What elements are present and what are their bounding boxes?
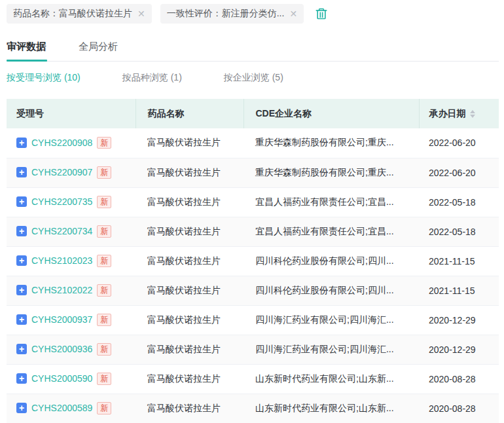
- new-badge: 新: [97, 343, 111, 355]
- acceptance-no-cell: +CYHS2200907新: [7, 158, 135, 187]
- table-row: +CYHS2102022新富马酸伏诺拉生片四川科伦药业股份有限公司;四川...2…: [7, 276, 499, 305]
- table-row: +CYHS2200735新富马酸伏诺拉生片宜昌人福药业有限责任公司;宜昌...2…: [7, 187, 499, 217]
- expand-row-button[interactable]: +: [16, 196, 27, 207]
- col-header-date: 承办日期: [419, 99, 499, 128]
- company-cell: 宜昌人福药业有限责任公司;宜昌...: [243, 187, 419, 217]
- date-cell: 2020-12-29: [419, 305, 499, 335]
- col-header-date-label: 承办日期: [429, 108, 466, 120]
- acceptance-no-cell: +CYHS2000937新: [7, 305, 135, 335]
- main-tabs: 审评数据 全局分析: [7, 41, 499, 62]
- acceptance-number-link[interactable]: CYHS2102022: [31, 285, 92, 295]
- date-cell: 2020-08-28: [419, 364, 499, 394]
- col-header-acceptance-no: 受理号: [7, 99, 135, 128]
- expand-row-button[interactable]: +: [16, 403, 27, 413]
- new-badge: 新: [97, 166, 111, 178]
- acceptance-no-cell: +CYHS2200908新: [7, 128, 135, 158]
- close-icon[interactable]: ✕: [137, 9, 145, 18]
- page: 药品名称：富马酸伏诺拉生片 ✕ 一致性评价：新注册分类仿... ✕ 审评数据 全…: [0, 0, 504, 423]
- drug-name-cell: 富马酸伏诺拉生片: [135, 394, 243, 423]
- acceptance-number-link[interactable]: CYHS2000589: [31, 403, 92, 413]
- expand-row-button[interactable]: +: [16, 255, 27, 266]
- date-cell: 2020-08-28: [419, 394, 499, 423]
- drug-name-cell: 富马酸伏诺拉生片: [135, 158, 243, 187]
- tab-review-data[interactable]: 审评数据: [7, 41, 47, 61]
- date-cell: 2021-11-15: [419, 276, 499, 305]
- acceptance-number-link[interactable]: CYHS2200907: [31, 167, 92, 177]
- table-row: +CYHS2102023新富马酸伏诺拉生片四川科伦药业股份有限公司;四川...2…: [7, 246, 499, 276]
- date-cell: 2022-05-18: [419, 217, 499, 246]
- drug-name-cell: 富马酸伏诺拉生片: [135, 217, 243, 246]
- acceptance-no-cell: +CYHS2102023新: [7, 246, 135, 276]
- filter-bar: 药品名称：富马酸伏诺拉生片 ✕ 一致性评价：新注册分类仿... ✕: [7, 4, 499, 24]
- company-cell: 山东新时代药业有限公司;山东新...: [243, 394, 419, 423]
- expand-row-button[interactable]: +: [16, 314, 27, 325]
- expand-row-button[interactable]: +: [16, 344, 27, 354]
- new-badge: 新: [97, 137, 111, 149]
- table-row: +CYHS2000936新富马酸伏诺拉生片四川海汇药业有限公司;四川海汇...2…: [7, 335, 499, 364]
- new-badge: 新: [97, 225, 111, 237]
- expand-row-button[interactable]: +: [16, 167, 27, 177]
- acceptance-no-cell: +CYHS2102022新: [7, 276, 135, 305]
- acceptance-number-link[interactable]: CYHS2200908: [31, 138, 92, 148]
- acceptance-no-cell: +CYHS2200734新: [7, 217, 135, 246]
- sort-icon[interactable]: [470, 110, 475, 118]
- date-cell: 2022-06-20: [419, 158, 499, 187]
- trash-icon[interactable]: [315, 7, 328, 21]
- drug-name-cell: 富马酸伏诺拉生片: [135, 187, 243, 217]
- new-badge: 新: [97, 373, 111, 384]
- company-cell: 山东新时代药业有限公司;山东新...: [243, 364, 419, 394]
- acceptance-number-link[interactable]: CYHS2000590: [31, 373, 92, 384]
- drug-name-cell: 富马酸伏诺拉生片: [135, 246, 243, 276]
- table-row: +CYHS2200908新富马酸伏诺拉生片重庆华森制药股份有限公司;重庆...2…: [7, 128, 499, 158]
- table-row: +CYHS2000589新富马酸伏诺拉生片山东新时代药业有限公司;山东新...2…: [7, 394, 499, 423]
- new-badge: 新: [97, 314, 111, 325]
- col-header-drug-name: 药品名称: [135, 99, 243, 128]
- drug-name-cell: 富马酸伏诺拉生片: [135, 335, 243, 364]
- expand-row-button[interactable]: +: [16, 138, 27, 148]
- date-cell: 2021-11-15: [419, 246, 499, 276]
- new-badge: 新: [97, 255, 111, 267]
- tab-global-analysis[interactable]: 全局分析: [79, 41, 119, 61]
- acceptance-number-link[interactable]: CYHS2000937: [31, 314, 92, 325]
- company-cell: 四川科伦药业股份有限公司;四川...: [243, 276, 419, 305]
- company-cell: 重庆华森制药股份有限公司;重庆...: [243, 128, 419, 158]
- sub-tabs: 按受理号浏览 (10) 按品种浏览 (1) 按企业浏览 (5): [7, 72, 499, 84]
- table-body: +CYHS2200908新富马酸伏诺拉生片重庆华森制药股份有限公司;重庆...2…: [7, 128, 499, 423]
- acceptance-no-cell: +CYHS2000590新: [7, 364, 135, 394]
- expand-row-button[interactable]: +: [16, 373, 27, 384]
- drug-name-cell: 富马酸伏诺拉生片: [135, 364, 243, 394]
- acceptance-number-link[interactable]: CYHS2200735: [31, 196, 92, 207]
- new-badge: 新: [97, 402, 111, 414]
- company-cell: 重庆华森制药股份有限公司;重庆...: [243, 158, 419, 187]
- acceptance-number-link[interactable]: CYHS2200734: [31, 226, 92, 236]
- expand-row-button[interactable]: +: [16, 285, 27, 295]
- table-row: +CYHS2200907新富马酸伏诺拉生片重庆华森制药股份有限公司;重庆...2…: [7, 158, 499, 187]
- filter-tag-consistency-eval: 一致性评价：新注册分类仿... ✕: [160, 4, 304, 24]
- col-header-cde-company: CDE企业名称: [243, 99, 419, 128]
- company-cell: 四川科伦药业股份有限公司;四川...: [243, 246, 419, 276]
- filter-tag-drug-name: 药品名称：富马酸伏诺拉生片 ✕: [7, 4, 152, 24]
- close-icon[interactable]: ✕: [289, 9, 297, 18]
- subtab-by-company[interactable]: 按企业浏览 (5): [224, 72, 283, 84]
- date-cell: 2022-05-18: [419, 187, 499, 217]
- drug-name-cell: 富马酸伏诺拉生片: [135, 305, 243, 335]
- expand-row-button[interactable]: +: [16, 226, 27, 236]
- table-header-row: 受理号 药品名称 CDE企业名称 承办日期: [7, 99, 499, 128]
- filter-tag-label: 药品名称：富马酸伏诺拉生片: [13, 8, 132, 20]
- company-cell: 四川海汇药业有限公司;四川海汇...: [243, 335, 419, 364]
- subtab-by-variety[interactable]: 按品种浏览 (1): [122, 72, 182, 84]
- new-badge: 新: [97, 196, 111, 208]
- acceptance-number-link[interactable]: CYHS2000936: [31, 344, 92, 354]
- filter-tag-label: 一致性评价：新注册分类仿...: [167, 8, 285, 20]
- acceptance-number-link[interactable]: CYHS2102023: [31, 255, 92, 266]
- date-cell: 2020-12-29: [419, 335, 499, 364]
- drug-name-cell: 富马酸伏诺拉生片: [135, 128, 243, 158]
- new-badge: 新: [97, 284, 111, 296]
- drug-name-cell: 富马酸伏诺拉生片: [135, 276, 243, 305]
- table-row: +CYHS2200734新富马酸伏诺拉生片宜昌人福药业有限责任公司;宜昌...2…: [7, 217, 499, 246]
- review-table: 受理号 药品名称 CDE企业名称 承办日期 +CYHS2200908新富马酸伏诺…: [7, 99, 499, 423]
- table-row: +CYHS2000590新富马酸伏诺拉生片山东新时代药业有限公司;山东新...2…: [7, 364, 499, 394]
- acceptance-no-cell: +CYHS2000589新: [7, 394, 135, 423]
- acceptance-no-cell: +CYHS2200735新: [7, 187, 135, 217]
- subtab-by-acceptance-no[interactable]: 按受理号浏览 (10): [7, 72, 81, 84]
